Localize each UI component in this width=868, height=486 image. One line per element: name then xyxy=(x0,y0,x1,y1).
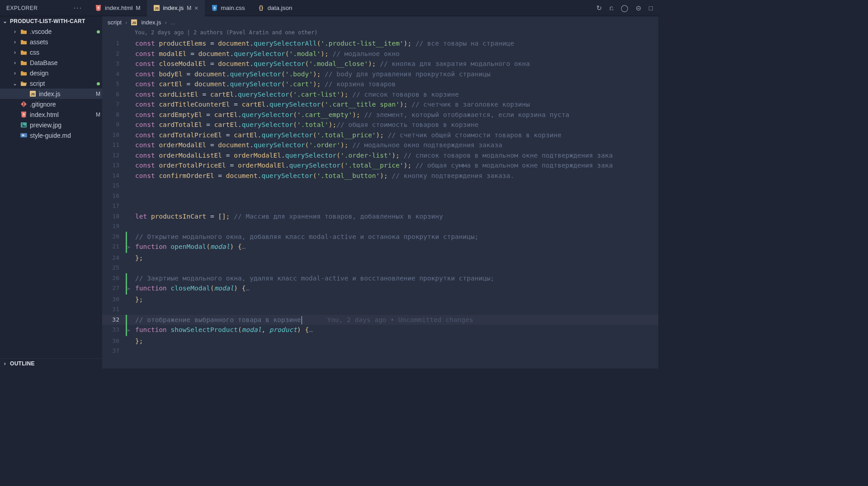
tab-data-json[interactable]: data.json xyxy=(251,0,299,16)
project-header[interactable]: ⌄ PRODUCT-LIST-WITH-CART xyxy=(0,16,102,26)
code-line[interactable]: 25 xyxy=(102,263,658,273)
tab-main-css[interactable]: main.css xyxy=(205,0,251,16)
tree-item-label: .vscode xyxy=(30,28,91,35)
tree-item-label: .gitignore xyxy=(30,101,91,108)
title-action-4[interactable]: □ xyxy=(649,4,653,12)
js-icon xyxy=(29,90,36,97)
code-line[interactable]: 13 const orderTotalPriceEl = orderModalE… xyxy=(102,160,658,171)
file-index-js[interactable]: index.js M xyxy=(0,89,102,99)
code-line[interactable]: 24 }; xyxy=(102,253,658,263)
gutter-bar xyxy=(126,336,127,346)
code-line[interactable]: 7 const cardTitleCounterEl = cartEl.quer… xyxy=(102,99,658,110)
tab-label: index.js xyxy=(163,5,184,11)
title-action-3[interactable]: ⊝ xyxy=(636,4,642,12)
tab-index-html[interactable]: index.html M xyxy=(89,0,147,16)
file--gitignore[interactable]: .gitignore xyxy=(0,99,102,109)
fold-icon xyxy=(127,99,133,100)
code-line[interactable]: 27 > function closeModal(modal) {… xyxy=(102,283,658,294)
close-icon[interactable]: × xyxy=(194,5,198,12)
code-line[interactable]: 26 // Закртиые модального окна, удаляя к… xyxy=(102,273,658,284)
code-line[interactable]: 36 }; xyxy=(102,336,658,346)
outline-header[interactable]: › OUTLINE xyxy=(0,358,102,369)
code-line[interactable]: 1 const productElems = document.querySel… xyxy=(102,38,658,49)
breadcrumb-part[interactable]: ... xyxy=(170,19,175,26)
code-line[interactable]: 14 const confirmOrderEl = document.query… xyxy=(102,171,658,181)
fold-icon xyxy=(127,130,133,131)
line-number: 25 xyxy=(102,263,126,273)
code-line[interactable]: 18 let productsInCart = []; // Массив дл… xyxy=(102,211,658,222)
code-line[interactable]: 12 const orderModalListEl = orderModalEl… xyxy=(102,150,658,161)
line-number: 10 xyxy=(102,130,126,140)
folder-icon xyxy=(20,59,27,66)
code-line[interactable]: 6 const cardListEl = cartEl.querySelecto… xyxy=(102,89,658,100)
line-number: 8 xyxy=(102,110,126,120)
tree-item-label: index.js xyxy=(39,90,91,98)
line-number: 31 xyxy=(102,304,126,315)
explorer-header: EXPLORER ··· xyxy=(0,4,89,12)
code-line[interactable]: 5 const cartEl = document.querySelector(… xyxy=(102,79,658,89)
fold-icon xyxy=(127,346,133,347)
code-line[interactable]: 33 > function showSelectProduct(modal, p… xyxy=(102,325,658,336)
line-number: 4 xyxy=(102,69,126,79)
file-preview-jpg[interactable]: preview.jpg xyxy=(0,120,102,130)
code-line[interactable]: 9 const cardTotalEl = cartEl.querySelect… xyxy=(102,120,658,130)
fold-icon xyxy=(127,253,133,254)
line-number: 19 xyxy=(102,221,126,232)
title-action-1[interactable]: ⎌ xyxy=(609,4,613,12)
folder-css[interactable]: ›css xyxy=(0,47,102,57)
folder--vscode[interactable]: ›.vscode xyxy=(0,26,102,37)
breadcrumb[interactable]: script › index.js › ... xyxy=(102,16,658,28)
fold-icon xyxy=(127,160,133,161)
code-line[interactable]: 30 }; xyxy=(102,294,658,305)
code-line[interactable]: 19 xyxy=(102,221,658,232)
code-text: const cardTotalEl = cartEl.querySelector… xyxy=(133,120,658,130)
code-line[interactable]: 32 // отображение выбранного товара в ко… xyxy=(102,315,658,325)
code-line[interactable]: 16 xyxy=(102,191,658,201)
tab-label: main.css xyxy=(221,5,245,11)
code-area[interactable]: 1 const productElems = document.querySel… xyxy=(102,38,658,369)
code-line[interactable]: 4 const bodyEl = document.querySelector(… xyxy=(102,69,658,79)
fold-icon xyxy=(127,221,133,222)
code-line[interactable]: 10 const cardTotalPriceEl = cartEl.query… xyxy=(102,130,658,140)
code-line[interactable]: 17 xyxy=(102,201,658,211)
line-number: 24 xyxy=(102,253,126,263)
explorer-actions-icon[interactable]: ··· xyxy=(74,4,82,12)
code-line[interactable]: 8 const cardEmptyEl = cartEl.querySelect… xyxy=(102,110,658,120)
folder-script[interactable]: ⌄script xyxy=(0,78,102,89)
fold-icon xyxy=(127,59,133,60)
fold-icon[interactable]: > xyxy=(127,325,133,336)
tab-index-js[interactable]: index.js M × xyxy=(147,0,205,16)
line-number: 12 xyxy=(102,150,126,161)
line-number: 6 xyxy=(102,89,126,100)
title-action-2[interactable]: ◯ xyxy=(621,4,628,12)
breadcrumb-part[interactable]: script xyxy=(108,19,122,26)
tree-item-label: assets xyxy=(30,38,91,46)
code-line[interactable]: 3 const closeModalEl = document.querySel… xyxy=(102,59,658,69)
code-line[interactable]: 20 // Открытие модального окна, добавляя… xyxy=(102,232,658,242)
folder-DataBase[interactable]: ›DataBase xyxy=(0,57,102,68)
file-index-html[interactable]: index.html M xyxy=(0,109,102,120)
line-number: 37 xyxy=(102,346,126,356)
breadcrumb-part[interactable]: index.js xyxy=(141,19,161,26)
title-action-0[interactable]: ↻ xyxy=(596,4,602,12)
code-line[interactable]: 31 xyxy=(102,304,658,315)
fold-icon xyxy=(127,304,133,305)
fold-icon[interactable]: > xyxy=(127,283,133,294)
folder-assets[interactable]: ›assets xyxy=(0,37,102,47)
file-style-guide-md[interactable]: style-guide.md xyxy=(0,130,102,140)
line-number: 16 xyxy=(102,191,126,201)
code-line[interactable]: 37 xyxy=(102,346,658,356)
code-line[interactable]: 15 xyxy=(102,181,658,191)
gutter-bar xyxy=(126,211,127,222)
gitlens-codelens[interactable]: You, 2 days ago | 2 authors (Pavel Arati… xyxy=(102,28,658,38)
fold-icon xyxy=(127,110,133,111)
line-number: 21 xyxy=(102,242,126,252)
line-number: 1 xyxy=(102,38,126,49)
folder-design[interactable]: ›design xyxy=(0,68,102,78)
css-icon xyxy=(211,5,218,11)
code-line[interactable]: 21 > function openModal(modal) {… xyxy=(102,242,658,253)
code-line[interactable]: 2 const modalEl = document.querySelector… xyxy=(102,49,658,59)
fold-icon[interactable]: > xyxy=(127,242,133,253)
code-line[interactable]: 11 const orderModalEl = document.querySe… xyxy=(102,140,658,150)
fold-icon xyxy=(127,336,133,337)
